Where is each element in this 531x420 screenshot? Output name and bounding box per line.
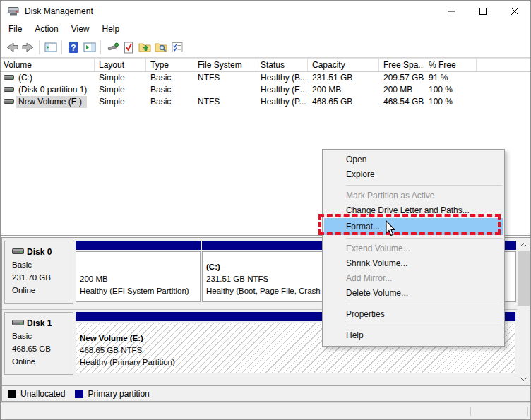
- context-menu: Open Explore Mark Partition as Active Ch…: [322, 149, 505, 347]
- legend-unallocated-label: Unallocated: [20, 389, 65, 399]
- cell-volume[interactable]: (Disk 0 partition 1): [1, 84, 95, 96]
- menu-separator: [346, 325, 502, 325]
- scroll-down-icon[interactable]: [518, 373, 530, 385]
- legend-unallocated-swatch: [8, 390, 16, 398]
- scrollbar-thumb[interactable]: [518, 251, 530, 306]
- cell-file-system[interactable]: NTFS: [193, 96, 256, 108]
- table-row-c[interactable]: (C:) Simple Basic NTFS Healthy (B... 231…: [1, 72, 531, 84]
- folder-up-icon[interactable]: [136, 40, 153, 56]
- disk-size: 231.70 GB: [12, 271, 73, 284]
- column-header-status[interactable]: Status: [256, 59, 308, 71]
- vertical-scrollbar[interactable]: [518, 239, 530, 385]
- cell-status[interactable]: Healthy (B...: [256, 72, 308, 84]
- window-controls: [435, 1, 530, 22]
- column-header-capacity[interactable]: Capacity: [308, 59, 379, 71]
- legend-primary-swatch: [75, 390, 83, 398]
- cell-file-system[interactable]: [193, 84, 256, 96]
- status-bar-divider: [470, 407, 471, 416]
- disk-kind: Basic: [12, 258, 73, 271]
- menu-separator: [346, 185, 502, 186]
- table-row-disk0-partition1[interactable]: (Disk 0 partition 1) Simple Basic Health…: [1, 84, 531, 96]
- window-title: Disk Management: [25, 6, 93, 16]
- table-row-new-volume-e[interactable]: New Volume (E:) Simple Basic NTFS Health…: [1, 96, 531, 108]
- menu-help[interactable]: Help: [96, 22, 126, 37]
- disk-management-window: Disk Management File Action View Help ? …: [0, 0, 531, 420]
- cell-pct-free[interactable]: 100 %: [424, 96, 477, 108]
- app-icon[interactable]: [8, 6, 19, 17]
- help-icon[interactable]: ?: [65, 40, 81, 56]
- partition-size: 200 MB: [80, 273, 196, 285]
- disk-name: Disk 1: [27, 317, 52, 330]
- column-header-free-space[interactable]: Free Spa...: [379, 59, 424, 71]
- checklist-icon[interactable]: [169, 40, 185, 56]
- disk-name: Disk 0: [27, 246, 52, 258]
- cell-free-space[interactable]: 200 MB: [379, 84, 424, 96]
- column-header-type[interactable]: Type: [146, 59, 193, 71]
- menu-item-properties[interactable]: Properties: [323, 307, 504, 322]
- cell-capacity[interactable]: 200 MB: [308, 84, 379, 96]
- cell-status[interactable]: Healthy (P...: [256, 96, 308, 108]
- minimize-button[interactable]: [435, 1, 467, 22]
- cell-file-system[interactable]: NTFS: [193, 72, 256, 84]
- disk0-header[interactable]: Disk 0 Basic 231.70 GB Online: [4, 241, 73, 304]
- column-header-layout[interactable]: Layout: [95, 59, 146, 71]
- volume-name[interactable]: (Disk 0 partition 1): [16, 84, 92, 96]
- cell-layout[interactable]: Simple: [95, 96, 146, 108]
- show-action-pane-icon[interactable]: [81, 40, 97, 56]
- cell-pct-free[interactable]: 100 %: [424, 84, 477, 96]
- cell-free-space[interactable]: 209.57 GB: [379, 72, 424, 84]
- partition-status: Healthy (Primary Partition): [80, 356, 511, 368]
- cell-volume[interactable]: New Volume (E:): [1, 96, 95, 108]
- cell-type[interactable]: Basic: [146, 72, 193, 84]
- scroll-up-icon[interactable]: [518, 239, 530, 251]
- cell-status[interactable]: Healthy (E...: [256, 84, 308, 96]
- back-icon[interactable]: [4, 40, 20, 56]
- menu-item-shrink-volume[interactable]: Shrink Volume...: [323, 256, 504, 271]
- cell-capacity[interactable]: 468.65 GB: [308, 96, 379, 108]
- cell-layout[interactable]: Simple: [95, 84, 146, 96]
- cell-pct-free[interactable]: 91 %: [424, 72, 477, 84]
- menu-item-explore[interactable]: Explore: [323, 167, 504, 182]
- menu-item-help[interactable]: Help: [323, 328, 504, 343]
- menu-file[interactable]: File: [2, 22, 28, 37]
- toolbar-separator: [61, 40, 62, 54]
- cell-layout[interactable]: Simple: [95, 72, 146, 84]
- forward-icon[interactable]: [20, 40, 36, 56]
- show-console-tree-icon[interactable]: [42, 40, 59, 56]
- cell-capacity[interactable]: 231.51 GB: [308, 72, 379, 84]
- disk1-header[interactable]: Disk 1 Basic 468.65 GB Online: [4, 312, 73, 375]
- column-header-pct-free[interactable]: % Free: [424, 59, 477, 71]
- menu-item-add-mirror: Add Mirror...: [323, 271, 504, 286]
- mouse-cursor: [386, 220, 396, 239]
- drive-icon: [4, 96, 14, 108]
- folder-search-icon[interactable]: [153, 40, 169, 56]
- partition-efi[interactable]: 200 MB Healthy (EFI System Partition): [76, 241, 201, 304]
- column-header-blank: [477, 59, 531, 71]
- partition-color-bar: [76, 241, 201, 250]
- menu-separator: [346, 304, 502, 304]
- cell-free-space[interactable]: 468.54 GB: [379, 96, 424, 108]
- cell-type[interactable]: Basic: [146, 84, 193, 96]
- menu-action[interactable]: Action: [28, 22, 64, 37]
- maximize-button[interactable]: [467, 1, 499, 22]
- cell-volume[interactable]: (C:): [1, 72, 95, 84]
- status-bar-divider: [527, 407, 528, 416]
- column-header-file-system[interactable]: File System: [193, 59, 256, 71]
- menu-item-open[interactable]: Open: [323, 152, 504, 167]
- drive-icon: [4, 84, 14, 96]
- disk-icon: [12, 246, 24, 258]
- menu-view[interactable]: View: [65, 22, 96, 37]
- check-document-icon[interactable]: [120, 40, 136, 56]
- column-header-volume[interactable]: Volume: [1, 59, 95, 71]
- close-button[interactable]: [499, 1, 530, 22]
- menu-item-delete-volume[interactable]: Delete Volume...: [323, 286, 504, 301]
- disk-status: Online: [12, 284, 73, 296]
- disk-icon: [12, 317, 24, 330]
- drive-icon: [4, 72, 14, 84]
- volume-name[interactable]: (C:): [16, 72, 37, 84]
- cell-type[interactable]: Basic: [146, 96, 193, 108]
- screwdriver-icon[interactable]: [104, 40, 120, 56]
- volume-name-selected[interactable]: New Volume (E:): [16, 96, 87, 108]
- toolbar-separator: [39, 40, 40, 54]
- title-bar: Disk Management: [1, 1, 530, 22]
